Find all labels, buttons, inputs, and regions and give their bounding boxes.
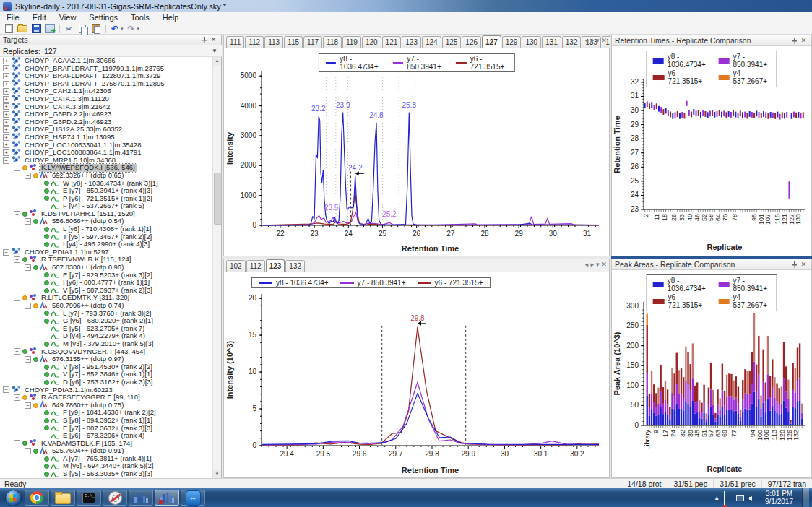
bottom-chromatogram-plot[interactable]: 29.429.529.629.729.829.93030.130.2051015…	[224, 272, 609, 477]
replicate-tab-112[interactable]: 112	[245, 36, 264, 48]
new-document-icon[interactable]	[2, 24, 15, 34]
collapse-icon[interactable]: −	[3, 157, 9, 164]
menu-tools[interactable]: Tools	[124, 12, 156, 23]
taskbar-file-explorer-button[interactable]	[51, 490, 75, 506]
replicate-tab-115[interactable]: 115	[284, 36, 303, 48]
replicate-tab-127[interactable]: 127	[482, 35, 501, 48]
scroll-tabs-left-icon[interactable]: ◂	[585, 37, 589, 44]
copy-icon[interactable]	[76, 24, 89, 34]
pin-icon[interactable]	[790, 260, 799, 269]
replicate-tab-113[interactable]: 113	[264, 36, 283, 48]
peak-areas-chart[interactable]: y8 - 1036.4734+y7 - 850.3941+y6 - 721.35…	[612, 270, 811, 477]
expand-icon[interactable]: +	[3, 111, 9, 118]
replicate-tab-117[interactable]: 117	[303, 36, 322, 48]
chromatogram-chart-top[interactable]: y8 - 1036.4734+y7 - 850.3941+y6 - 721.35…	[224, 48, 609, 256]
taskbar-teamviewer-button[interactable]: ↔	[181, 490, 205, 506]
replicate-tab-124[interactable]: 124	[422, 36, 441, 48]
targets-scrollbar[interactable]: ▲ ▼	[212, 57, 221, 478]
taskbar-snipping-tool-button[interactable]	[103, 490, 127, 506]
replicate-tab-129[interactable]: 129	[502, 36, 522, 48]
menu-settings[interactable]: Settings	[82, 12, 124, 23]
collapse-icon[interactable]: −	[25, 448, 31, 454]
scroll-up-icon[interactable]: ▲	[213, 57, 221, 65]
collapse-icon[interactable]: −	[3, 386, 9, 393]
scroll-tabs-right-icon[interactable]: ▸	[590, 261, 594, 268]
top-chromatogram-plot[interactable]: 2223242526272829303101000200030004000500…	[224, 48, 609, 256]
collapse-icon[interactable]: −	[25, 218, 31, 225]
share-document-icon[interactable]	[43, 24, 56, 34]
expand-icon[interactable]: +	[3, 81, 9, 87]
close-pane-icon[interactable]: ✕	[601, 37, 607, 44]
replicate-tab-131[interactable]: 131	[542, 36, 561, 48]
replicate-tab-126[interactable]: 126	[462, 36, 481, 48]
replicate-tab-112[interactable]: 112	[246, 260, 265, 272]
redo-dropdown-icon[interactable]: ▾	[137, 26, 140, 32]
menu-edit[interactable]: Edit	[26, 12, 53, 23]
collapse-icon[interactable]: −	[25, 173, 31, 179]
collapse-icon[interactable]: −	[14, 295, 20, 301]
taskbar-start-button[interactable]	[2, 489, 24, 506]
taskbar-clock[interactable]: 3:01 PM9/1/2017	[761, 490, 798, 506]
replicate-tab-132[interactable]: 132	[285, 260, 305, 272]
close-pane-icon[interactable]: ✕	[601, 261, 607, 268]
expand-icon[interactable]: +	[3, 58, 9, 64]
volume-icon[interactable]	[748, 494, 756, 502]
paste-icon[interactable]	[90, 24, 103, 34]
expand-icon[interactable]: +	[3, 96, 9, 103]
tree-row[interactable]: +CHOYP_CATA.1.3|m.11120	[0, 95, 214, 103]
retention-times-chart[interactable]: y8 - 1036.4734+y7 - 850.3941+y6 - 721.35…	[612, 46, 811, 256]
taskbar-chrome-button[interactable]	[25, 490, 49, 506]
undo-icon[interactable]: ↶	[108, 24, 121, 34]
scroll-down-icon[interactable]: ▼	[213, 470, 221, 478]
tree-row[interactable]: −692.3326++ (dotp 0.65)	[0, 172, 214, 180]
collapse-icon[interactable]: −	[25, 303, 31, 309]
replicate-tab-102[interactable]: 102	[226, 260, 246, 272]
collapse-icon[interactable]: −	[14, 256, 20, 263]
show-desktop-button[interactable]	[802, 488, 809, 507]
replicate-tab-130[interactable]: 130	[522, 36, 541, 48]
replicates-combo[interactable]: Replicates: 127 ▼	[0, 46, 222, 57]
open-icon[interactable]	[16, 24, 29, 34]
redo-icon[interactable]: ↷	[125, 24, 138, 34]
collapse-icon[interactable]: −	[14, 394, 20, 401]
pin-icon[interactable]	[199, 35, 209, 44]
tab-list-dropdown-icon[interactable]: ▾	[596, 37, 600, 44]
replicate-tab-119[interactable]: 119	[342, 36, 361, 48]
expand-icon[interactable]: +	[3, 126, 9, 133]
menu-help[interactable]: Help	[156, 12, 186, 23]
scrollbar-thumb[interactable]	[214, 173, 222, 225]
expand-icon[interactable]: +	[3, 88, 9, 95]
tree-row[interactable]: S [y8] - 894.3952+ (rank 1)[1]	[0, 417, 214, 425]
cut-icon[interactable]: ✂	[62, 24, 75, 34]
tree-row[interactable]: +CHOYP_ACAA2.1.1|m.30666	[0, 57, 214, 65]
scroll-tabs-right-icon[interactable]: ▸	[590, 37, 594, 44]
tree-row[interactable]: D [y6] - 753.3162+ (rank 3)[3]	[0, 378, 214, 386]
scroll-tabs-left-icon[interactable]: ◂	[585, 261, 589, 268]
tree-row[interactable]: +CHOYP_HSP74.1.1|m.13095	[0, 134, 214, 142]
collapse-icon[interactable]: −	[14, 440, 20, 446]
expand-icon[interactable]: +	[3, 119, 9, 126]
pin-icon[interactable]	[790, 36, 799, 45]
replicate-tab-125[interactable]: 125	[442, 36, 462, 48]
collapse-icon[interactable]: −	[25, 264, 31, 271]
collapse-icon[interactable]: −	[14, 348, 20, 355]
expand-icon[interactable]: +	[3, 73, 9, 79]
chromatogram-chart-bottom[interactable]: y8 - 1036.4734+y7 - 850.3941+y6 - 721.35…	[224, 272, 609, 477]
taskbar-command-prompt-button[interactable]: C:\_	[77, 490, 101, 506]
collapse-icon[interactable]: −	[14, 165, 20, 171]
expand-icon[interactable]: +	[3, 134, 9, 141]
close-icon[interactable]: ✕	[209, 35, 218, 44]
replicate-tab-111[interactable]: 111	[226, 36, 244, 48]
tray-expand-icon[interactable]: ▲	[714, 495, 720, 501]
collapse-icon[interactable]: −	[3, 249, 9, 256]
collapse-icon[interactable]: −	[14, 211, 20, 217]
tree-row[interactable]: S [y5] - 563.3035+ (rank 3)[3]	[0, 470, 214, 478]
replicate-tab-123[interactable]: 123	[402, 36, 421, 48]
tab-list-dropdown-icon[interactable]: ▾	[596, 261, 600, 268]
expand-icon[interactable]: +	[3, 103, 9, 110]
expand-icon[interactable]: +	[3, 65, 9, 72]
chevron-down-icon[interactable]: ▼	[212, 48, 219, 54]
network-icon[interactable]	[736, 494, 744, 502]
replicate-tab-118[interactable]: 118	[323, 36, 342, 48]
replicate-tab-120[interactable]: 120	[362, 36, 381, 48]
